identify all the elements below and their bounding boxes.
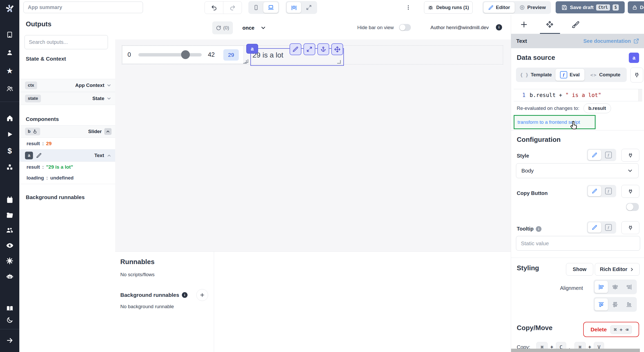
align-left-button[interactable]: [595, 281, 608, 293]
align-center-y-button[interactable]: [608, 298, 622, 310]
pencil-icon[interactable]: [36, 153, 42, 158]
usage-dollar-icon[interactable]: $: [0, 146, 19, 156]
app-canvas[interactable]: 0 42 29 29 is a lot a: [115, 39, 511, 251]
transform-frontend-script-button[interactable]: transform to a frontend script: [514, 115, 596, 129]
resize-handle[interactable]: [243, 60, 247, 64]
component-id-handle[interactable]: a: [246, 44, 258, 54]
ai-bot-icon[interactable]: [0, 271, 19, 281]
slider-knob[interactable]: [181, 50, 190, 59]
info-icon[interactable]: i: [496, 24, 502, 30]
fullscreen-button[interactable]: [302, 2, 316, 13]
eval-code-editor[interactable]: 1 b.result + " is a lot": [514, 89, 642, 101]
groups-admin-icon[interactable]: [0, 225, 19, 235]
output-row-ctx[interactable]: ctx App Context: [19, 79, 115, 92]
groups-icon[interactable]: [0, 84, 19, 94]
hide-bar-toggle[interactable]: [399, 24, 411, 31]
schedules-calendar-icon[interactable]: [0, 195, 19, 205]
save-draft-button[interactable]: Save draft Ctrl S: [556, 1, 625, 13]
state-label: State: [92, 96, 104, 101]
reeval-dependency-chip: b.result: [583, 103, 611, 113]
mobile-view-button[interactable]: [249, 2, 263, 13]
align-top-button[interactable]: [595, 298, 608, 310]
desktop-view-button[interactable]: [263, 2, 278, 13]
slider-track[interactable]: [138, 53, 202, 56]
runs-play-icon[interactable]: [0, 129, 19, 140]
styling-show-button[interactable]: Show: [566, 263, 593, 276]
run-policy-select[interactable]: once: [242, 21, 266, 34]
component-row-b[interactable]: b Slider: [19, 125, 115, 138]
undo-button[interactable]: [205, 2, 223, 14]
settings-gear-icon[interactable]: [0, 256, 19, 266]
components-title: Components: [26, 116, 59, 122]
panel-scrollbar[interactable]: [511, 349, 640, 352]
style-select[interactable]: Body: [516, 163, 639, 178]
tab-component-settings[interactable]: [537, 20, 563, 29]
windmill-app-editor: ★ $: [0, 0, 644, 352]
component-icon: [546, 20, 554, 29]
align-bottom-button[interactable]: [622, 298, 636, 310]
copy-button-toggle[interactable]: [626, 203, 639, 211]
copy-button-connect[interactable]: [621, 185, 639, 198]
edit-component-button[interactable]: [290, 43, 301, 55]
tab-preview[interactable]: Preview: [515, 2, 550, 13]
debug-runs-button[interactable]: Debug runs (1): [424, 1, 473, 14]
collapse-b-button[interactable]: [104, 128, 112, 135]
expand-rail-arrow-icon[interactable]: [0, 335, 19, 346]
tooltip-eval[interactable]: ƒ: [602, 222, 615, 233]
deploy-button[interactable]: Deploy: [628, 1, 644, 13]
align-center-x-button[interactable]: [608, 281, 622, 293]
expand-component-button[interactable]: [303, 43, 315, 55]
home-icon[interactable]: [0, 113, 19, 123]
slider-component[interactable]: 0 42 29: [122, 46, 244, 64]
tab-eval[interactable]: ƒ Eval: [555, 69, 584, 81]
docs-book-icon[interactable]: [0, 303, 19, 314]
align-right-button[interactable]: [622, 281, 636, 293]
copy-button-static[interactable]: [588, 186, 601, 196]
tab-editor[interactable]: Editor: [484, 2, 515, 13]
workspace-icon[interactable]: [0, 29, 19, 40]
tab-template[interactable]: { } Template: [517, 69, 555, 81]
style-eval-button[interactable]: ƒ: [602, 150, 615, 160]
tooltip-input[interactable]: [516, 236, 640, 251]
editor-scrollbar[interactable]: [638, 89, 642, 101]
delete-component-button[interactable]: Delete ⌘ + ⌫: [583, 322, 639, 337]
style-connect-button[interactable]: [621, 149, 639, 162]
chevron-down-icon: [106, 96, 112, 101]
rich-editor-label: Rich Editor: [600, 266, 628, 272]
tab-compute[interactable]: <> Compute: [585, 69, 626, 81]
anchor-component-button[interactable]: [317, 43, 329, 55]
info-icon[interactable]: i: [182, 292, 188, 298]
tab-css-editor[interactable]: [563, 21, 588, 28]
folders-icon[interactable]: [0, 210, 19, 220]
info-icon[interactable]: i: [536, 226, 541, 232]
move-component-button[interactable]: [331, 43, 343, 55]
search-outputs-input[interactable]: [24, 35, 108, 49]
resources-boxes-icon[interactable]: [0, 162, 19, 173]
more-menu-button[interactable]: [403, 2, 414, 13]
see-documentation-link[interactable]: See documentation: [583, 38, 639, 44]
add-background-runnable-button[interactable]: [196, 289, 208, 301]
chevron-up-icon[interactable]: [107, 153, 112, 158]
app-summary-input[interactable]: [23, 2, 143, 13]
show-label: Show: [573, 266, 586, 272]
style-static-button[interactable]: [588, 150, 601, 160]
component-row-a[interactable]: a Text: [19, 149, 115, 162]
user-icon[interactable]: [0, 47, 19, 58]
copy-button-eval[interactable]: ƒ: [602, 186, 615, 196]
center-content-button[interactable]: |0|: [287, 2, 301, 13]
state-badge: state: [25, 95, 41, 102]
tooltip-connect[interactable]: [621, 221, 639, 234]
favorites-star-icon[interactable]: ★: [0, 66, 19, 76]
redo-button[interactable]: [223, 2, 242, 14]
dark-mode-moon-icon[interactable]: [0, 315, 19, 325]
tooltip-static[interactable]: [588, 222, 601, 233]
chevron-down-icon: [627, 168, 633, 174]
resize-handle[interactable]: [337, 60, 341, 64]
connect-plug-button[interactable]: [630, 68, 643, 83]
audit-eye-icon[interactable]: [0, 240, 19, 251]
rich-editor-button[interactable]: Rich Editor: [595, 263, 640, 276]
output-row-state[interactable]: state State: [19, 92, 115, 105]
windmill-logo[interactable]: [0, 3, 19, 14]
refresh-button[interactable]: (0): [212, 21, 233, 34]
tab-insert-component[interactable]: [511, 21, 537, 28]
